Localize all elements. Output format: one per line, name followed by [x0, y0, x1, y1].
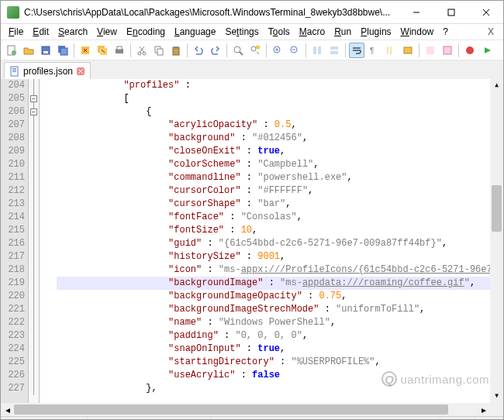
close-button[interactable] — [468, 1, 503, 23]
menu-tools[interactable]: Tools — [264, 26, 295, 38]
save-icon[interactable] — [38, 43, 54, 58]
title-bar: C:\Users\chris\AppData\Local\Packages\Mi… — [1, 1, 503, 24]
vertical-scrollbar[interactable]: ▴ ▾ — [490, 79, 503, 403]
scroll-down-icon[interactable]: ▾ — [490, 390, 503, 403]
close-file-icon[interactable] — [78, 43, 93, 58]
svg-rect-9 — [60, 48, 67, 55]
menu-close-tab[interactable]: X — [482, 26, 500, 38]
app-icon — [7, 6, 19, 19]
undo-icon[interactable] — [191, 43, 206, 58]
tab-close-icon[interactable] — [76, 67, 85, 76]
menu-help[interactable]: ? — [438, 26, 453, 38]
sync-v-icon[interactable] — [309, 43, 325, 58]
svg-rect-29 — [256, 46, 260, 49]
indent-guide-icon[interactable] — [383, 43, 399, 58]
tab-filename: profiles.json — [23, 66, 73, 77]
print-icon[interactable] — [112, 43, 127, 58]
svg-rect-51 — [12, 71, 16, 72]
scroll-up-icon[interactable]: ▴ — [490, 79, 503, 92]
status-eol[interactable]: Unix (LF) — [389, 417, 440, 420]
status-insert-mode[interactable]: INS — [475, 417, 503, 420]
svg-point-28 — [251, 46, 256, 51]
replace-icon[interactable] — [247, 43, 263, 58]
svg-rect-46 — [444, 46, 451, 54]
svg-line-27 — [240, 52, 243, 55]
menu-plugins[interactable]: Plugins — [356, 26, 395, 38]
svg-rect-1 — [448, 9, 454, 15]
file-icon — [9, 66, 20, 77]
zoom-out-icon[interactable] — [287, 43, 302, 58]
svg-rect-17 — [117, 46, 122, 50]
svg-text:¶: ¶ — [370, 46, 374, 55]
scroll-left-icon[interactable]: ◂ — [1, 403, 14, 416]
menu-encoding[interactable]: Encoding — [122, 26, 170, 38]
status-bar: length : 10,679 lin Ln : 219 Col : 13 Se… — [1, 416, 503, 420]
svg-rect-35 — [313, 46, 316, 54]
macro-play-icon[interactable] — [479, 43, 495, 58]
macro-rec-icon[interactable] — [462, 43, 478, 58]
open-file-icon[interactable] — [21, 43, 36, 58]
find-icon[interactable] — [230, 43, 246, 58]
scroll-right-icon[interactable]: ▸ — [477, 403, 490, 416]
scroll-thumb[interactable] — [492, 185, 502, 232]
menu-view[interactable]: View — [92, 26, 122, 38]
svg-rect-36 — [318, 46, 321, 54]
menu-search[interactable]: Search — [54, 26, 92, 38]
svg-rect-37 — [330, 46, 338, 50]
doc-list-icon[interactable] — [440, 43, 455, 58]
toolbar: ¶ — [1, 40, 503, 60]
sync-h-icon[interactable] — [326, 43, 342, 58]
window-title: C:\Users\chris\AppData\Local\Packages\Mi… — [24, 7, 399, 18]
scroll-thumb-h[interactable] — [14, 405, 448, 415]
wordwrap-icon[interactable] — [349, 43, 364, 58]
minimize-button[interactable] — [399, 1, 433, 23]
menu-file[interactable]: File — [4, 26, 28, 38]
status-encoding[interactable]: ANSI — [440, 417, 475, 420]
menu-language[interactable]: Language — [170, 26, 220, 38]
redo-icon[interactable] — [208, 43, 223, 58]
tab-profiles-json[interactable]: profiles.json — [4, 62, 91, 79]
status-position: Ln : 219 Col : 13 Sel : 0 | 0 — [88, 417, 211, 420]
svg-point-5 — [12, 50, 16, 55]
fold-gutter[interactable]: −− — [29, 79, 40, 403]
svg-rect-25 — [174, 46, 178, 49]
editor[interactable]: 2042052062072082092102112122132142152162… — [1, 79, 503, 403]
zoom-in-icon[interactable] — [270, 43, 285, 58]
window-controls — [399, 1, 503, 23]
doc-map-icon[interactable] — [423, 43, 438, 58]
menu-settings[interactable]: Settings — [220, 26, 263, 38]
svg-point-26 — [234, 46, 240, 53]
svg-rect-44 — [404, 47, 412, 53]
code-area[interactable]: "profiles" : [ { "acrylicOpacity" : 0.5,… — [54, 79, 490, 403]
menu-edit[interactable]: Edit — [28, 26, 54, 38]
svg-rect-50 — [12, 70, 16, 71]
paste-icon[interactable] — [168, 43, 184, 58]
maximize-button[interactable] — [433, 1, 468, 23]
menu-macro[interactable]: Macro — [295, 26, 330, 38]
horizontal-scrollbar[interactable]: ◂ ▸ — [1, 403, 503, 416]
status-length: length : 10,679 lin — [1, 417, 88, 420]
menu-bar: File Edit Search View Encoding Language … — [1, 24, 503, 40]
show-chars-icon[interactable]: ¶ — [366, 43, 381, 58]
line-number-gutter: 2042052062072082092102112122132142152162… — [1, 79, 29, 403]
lang-icon[interactable] — [400, 43, 416, 58]
menu-run[interactable]: Run — [330, 26, 356, 38]
marker-gutter — [40, 79, 54, 403]
svg-point-47 — [466, 46, 474, 54]
menu-window[interactable]: Window — [396, 26, 439, 38]
save-all-icon[interactable] — [55, 43, 71, 58]
new-file-icon[interactable] — [4, 43, 19, 58]
svg-rect-7 — [43, 51, 48, 53]
close-all-icon[interactable] — [95, 43, 110, 58]
svg-rect-49 — [12, 68, 16, 69]
svg-rect-38 — [330, 51, 338, 54]
cut-icon[interactable] — [134, 43, 150, 58]
svg-rect-23 — [157, 49, 163, 55]
tab-bar: profiles.json — [1, 60, 503, 79]
copy-icon[interactable] — [151, 43, 167, 58]
svg-rect-45 — [426, 46, 434, 54]
